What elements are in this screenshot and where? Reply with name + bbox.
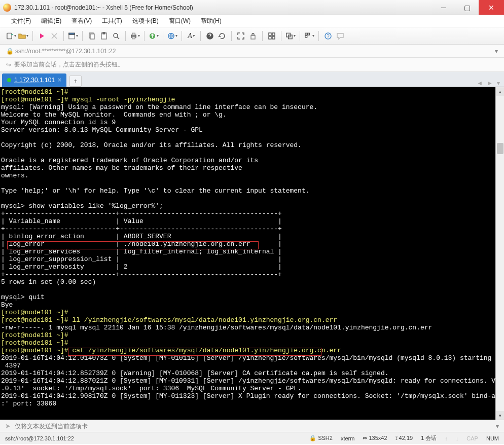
tab-list-icon[interactable]: ▾ bbox=[495, 80, 502, 87]
hint-icon[interactable]: ↪ bbox=[6, 61, 11, 68]
menu-edit[interactable]: 编辑(E) bbox=[37, 15, 65, 27]
menu-tabs[interactable]: 选项卡(B) bbox=[128, 15, 163, 27]
send-icon[interactable]: ➤ bbox=[5, 422, 11, 430]
cascade-button[interactable]: ▾ bbox=[285, 31, 296, 41]
open-button[interactable]: ▾ bbox=[18, 31, 28, 41]
svg-rect-16 bbox=[272, 33, 275, 35]
status-bar: ssh://root@172.30.1.101:22 🔒 SSH2 xterm … bbox=[0, 432, 504, 444]
scrollbar[interactable]: ▴ ▾ bbox=[495, 87, 504, 420]
minimize-button[interactable]: ─ bbox=[432, 0, 455, 15]
tab-next-icon[interactable]: ► bbox=[485, 80, 495, 87]
tile-button[interactable] bbox=[267, 31, 277, 41]
svg-rect-17 bbox=[269, 36, 271, 39]
lock-button[interactable] bbox=[248, 31, 258, 41]
new-session-button[interactable]: ▾ bbox=[6, 31, 16, 41]
window-title: 172.30.1.101 - root@node101:~ - Xshell 5… bbox=[14, 4, 432, 11]
svg-rect-10 bbox=[132, 36, 135, 39]
toolbar: ▾ ▾ ▾ ▾ ▾ ▾ A▾ ▾ ▾ ? bbox=[0, 27, 504, 45]
app-icon bbox=[3, 4, 11, 12]
terminal-output[interactable]: [root@node101 ~]# [root@node101 ~]# mysq… bbox=[0, 87, 504, 420]
fullscreen-button[interactable] bbox=[236, 31, 246, 41]
layout-button[interactable]: ▾ bbox=[304, 31, 314, 41]
address-text[interactable]: ssh://root:**********@172.30.1.101:22 bbox=[15, 48, 492, 55]
down-arrow-icon: ↓ bbox=[456, 435, 459, 441]
up-arrow-icon: ↑ bbox=[445, 435, 448, 441]
svg-rect-9 bbox=[132, 33, 135, 35]
svg-rect-2 bbox=[69, 33, 75, 34]
status-num: NUM bbox=[486, 435, 499, 441]
menu-view[interactable]: 查看(V) bbox=[67, 15, 96, 27]
command-input[interactable] bbox=[15, 423, 492, 430]
session-tab[interactable]: 1 172.30.1.101 × bbox=[2, 73, 66, 87]
address-bar: 🔒 ssh://root:**********@172.30.1.101:22 … bbox=[0, 45, 504, 58]
refresh-button[interactable] bbox=[217, 31, 227, 41]
properties-button[interactable]: ▾ bbox=[68, 31, 78, 41]
svg-text:?: ? bbox=[327, 33, 330, 39]
hint-bar: ↪ 要添加当前会话，点击左侧的箭头按钮。 bbox=[0, 58, 504, 72]
status-proto: 🔒 SSH2 bbox=[309, 435, 333, 441]
tab-strip: 1 172.30.1.101 × + ◄ ► ▾ bbox=[0, 72, 504, 87]
svg-rect-14 bbox=[251, 35, 255, 39]
paste-button[interactable] bbox=[99, 31, 109, 41]
status-cap: CAP bbox=[466, 435, 478, 441]
help-icon[interactable]: ? bbox=[323, 31, 333, 41]
history-dropdown[interactable]: ▾ bbox=[495, 48, 498, 55]
status-term: xterm bbox=[341, 435, 355, 441]
script-button[interactable] bbox=[205, 31, 215, 41]
disconnect-button[interactable] bbox=[49, 31, 59, 41]
svg-rect-22 bbox=[305, 35, 307, 38]
svg-rect-18 bbox=[272, 36, 275, 39]
new-tab-button[interactable]: + bbox=[69, 76, 82, 87]
menu-tools[interactable]: 工具(T) bbox=[98, 15, 126, 27]
status-dot-icon bbox=[7, 78, 11, 82]
print-button[interactable]: ▾ bbox=[130, 31, 140, 41]
globe-button[interactable]: ▾ bbox=[167, 31, 177, 41]
reconnect-button[interactable] bbox=[37, 31, 47, 41]
tab-label: 1 172.30.1.101 bbox=[14, 77, 55, 84]
font-button[interactable]: A▾ bbox=[186, 31, 196, 41]
svg-rect-21 bbox=[305, 33, 307, 35]
status-size: ⇔ 135x42 bbox=[363, 435, 387, 441]
hint-text: 要添加当前会话，点击左侧的箭头按钮。 bbox=[14, 60, 124, 69]
menu-file[interactable]: 文件(F) bbox=[7, 15, 35, 27]
menubar: 文件(F) 编辑(E) 查看(V) 工具(T) 选项卡(B) 窗口(W) 帮助(… bbox=[0, 15, 504, 27]
status-cursor: ⟟ 42,19 bbox=[395, 435, 413, 441]
scroll-down-icon[interactable]: ▾ bbox=[496, 411, 504, 420]
maximize-button[interactable]: ▢ bbox=[455, 0, 479, 15]
menu-help[interactable]: 帮助(H) bbox=[197, 15, 226, 27]
scroll-up-icon[interactable]: ▴ bbox=[496, 87, 504, 96]
svg-rect-0 bbox=[7, 33, 12, 39]
svg-rect-6 bbox=[103, 32, 105, 34]
copy-button[interactable] bbox=[87, 31, 97, 41]
tab-close-icon[interactable]: × bbox=[58, 77, 61, 84]
lock-small-icon: 🔒 bbox=[309, 435, 318, 441]
scroll-thumb[interactable] bbox=[497, 143, 503, 154]
svg-rect-15 bbox=[269, 33, 271, 35]
close-button[interactable]: ✕ bbox=[479, 0, 504, 15]
transfer-button[interactable]: ▾ bbox=[149, 31, 159, 41]
menu-window[interactable]: 窗口(W) bbox=[165, 15, 195, 27]
input-bar: ➤ ▾ bbox=[0, 420, 504, 432]
find-button[interactable] bbox=[111, 31, 121, 41]
input-target-dropdown[interactable]: ▾ bbox=[496, 423, 499, 430]
tab-prev-icon[interactable]: ◄ bbox=[475, 80, 485, 87]
terminal-area[interactable]: [root@node101 ~]# [root@node101 ~]# mysq… bbox=[0, 87, 504, 420]
status-sessions: 1 会话 bbox=[421, 434, 437, 442]
svg-rect-4 bbox=[90, 34, 94, 39]
svg-rect-23 bbox=[308, 33, 310, 35]
status-connection: ssh://root@172.30.1.101:22 bbox=[5, 435, 74, 441]
svg-point-7 bbox=[114, 33, 118, 38]
titlebar: 172.30.1.101 - root@node101:~ - Xshell 5… bbox=[0, 0, 504, 15]
comment-icon[interactable] bbox=[335, 31, 345, 41]
lock-icon: 🔒 bbox=[6, 48, 12, 55]
